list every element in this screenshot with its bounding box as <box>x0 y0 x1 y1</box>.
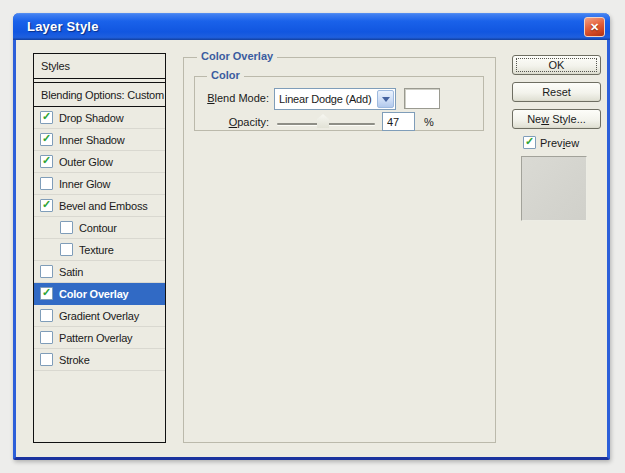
subgroup-title: Color <box>207 69 244 81</box>
preview-label: Preview <box>540 137 579 149</box>
check-icon: ✓ <box>525 136 534 147</box>
sidebar-item-inner-shadow[interactable]: ✓ Inner Shadow <box>34 129 165 151</box>
satin-checkbox[interactable] <box>40 265 53 278</box>
layer-style-dialog: Layer Style ✕ Styles Blending Options: C… <box>13 13 610 460</box>
sidebar-item-inner-glow[interactable]: Inner Glow <box>34 173 165 195</box>
sidebar-item-stroke[interactable]: Stroke <box>34 349 165 371</box>
close-button[interactable]: ✕ <box>584 17 605 37</box>
sidebar-item-satin[interactable]: Satin <box>34 261 165 283</box>
sidebar-item-blending-options[interactable]: Blending Options: Custom <box>34 82 165 107</box>
inner-glow-checkbox[interactable] <box>40 177 53 190</box>
texture-checkbox[interactable] <box>60 243 73 256</box>
sidebar-item-gradient-overlay[interactable]: Gradient Overlay <box>34 305 165 327</box>
blend-mode-value: Linear Dodge (Add) <box>279 89 375 109</box>
bevel-emboss-checkbox[interactable]: ✓ <box>40 199 53 212</box>
preview-checkbox[interactable]: ✓ <box>523 136 536 149</box>
check-icon: ✓ <box>42 155 51 166</box>
reset-button[interactable]: Reset <box>512 82 601 102</box>
sidebar-item-label: Outer Glow <box>59 156 113 168</box>
check-icon: ✓ <box>42 111 51 122</box>
sidebar-item-drop-shadow[interactable]: ✓ Drop Shadow <box>34 107 165 129</box>
sidebar-item-color-overlay[interactable]: ✓ Color Overlay <box>34 283 165 305</box>
check-icon: ✓ <box>42 133 51 144</box>
dropdown-button[interactable] <box>377 90 394 108</box>
sidebar-item-contour[interactable]: Contour <box>34 217 165 239</box>
stroke-checkbox[interactable] <box>40 353 53 366</box>
titlebar[interactable]: Layer Style ✕ <box>13 13 610 40</box>
check-icon: ✓ <box>42 287 51 298</box>
sidebar-item-label: Stroke <box>59 354 90 366</box>
sidebar-item-label: Satin <box>59 266 83 278</box>
inner-shadow-checkbox[interactable]: ✓ <box>40 133 53 146</box>
ok-button[interactable]: OK <box>512 55 601 75</box>
color-overlay-group: Color Overlay Color Blend Mode: Linear D… <box>183 57 496 443</box>
desktop: Layer Style ✕ Styles Blending Options: C… <box>0 0 625 473</box>
blend-mode-label: Blend Mode: <box>195 92 269 104</box>
group-title: Color Overlay <box>197 50 277 62</box>
sidebar-item-label: Color Overlay <box>59 288 129 300</box>
outer-glow-checkbox[interactable]: ✓ <box>40 155 53 168</box>
close-icon: ✕ <box>590 21 599 34</box>
opacity-label: Opacity: <box>195 116 269 128</box>
preview-toggle[interactable]: ✓ Preview <box>523 136 579 149</box>
sidebar-item-bevel-and-emboss[interactable]: ✓ Bevel and Emboss <box>34 195 165 217</box>
sidebar-item-styles[interactable]: Styles <box>34 54 165 79</box>
pattern-overlay-checkbox[interactable] <box>40 331 53 344</box>
sidebar-item-label: Texture <box>79 244 114 256</box>
dialog-body: Styles Blending Options: Custom ✓ Drop S… <box>16 40 607 457</box>
sidebar-item-outer-glow[interactable]: ✓ Outer Glow <box>34 151 165 173</box>
chevron-down-icon <box>382 97 390 102</box>
style-preview-thumbnail <box>521 156 587 221</box>
sidebar-item-pattern-overlay[interactable]: Pattern Overlay <box>34 327 165 349</box>
gradient-overlay-checkbox[interactable] <box>40 309 53 322</box>
drop-shadow-checkbox[interactable]: ✓ <box>40 111 53 124</box>
color-overlay-checkbox[interactable]: ✓ <box>40 287 53 300</box>
opacity-input[interactable] <box>382 112 415 131</box>
contour-checkbox[interactable] <box>60 221 73 234</box>
blend-mode-select[interactable]: Linear Dodge (Add) <box>274 88 396 110</box>
sidebar-item-label: Contour <box>79 222 117 234</box>
sidebar-item-label: Drop Shadow <box>59 112 123 124</box>
sidebar-item-texture[interactable]: Texture <box>34 239 165 261</box>
opacity-unit: % <box>424 116 434 128</box>
sidebar-item-label: Gradient Overlay <box>59 310 139 322</box>
new-style-button[interactable]: New Style... <box>512 109 601 129</box>
check-icon: ✓ <box>42 199 51 210</box>
sidebar-item-label: Bevel and Emboss <box>59 200 148 212</box>
opacity-slider-thumb[interactable] <box>317 114 329 128</box>
sidebar-item-label: Pattern Overlay <box>59 332 132 344</box>
window-title: Layer Style <box>13 19 99 34</box>
sidebar-item-label: Inner Glow <box>59 178 110 190</box>
styles-list-panel: Styles Blending Options: Custom ✓ Drop S… <box>33 53 166 443</box>
overlay-color-swatch[interactable] <box>404 88 440 109</box>
color-subgroup: Color Blend Mode: Linear Dodge (Add) Opa… <box>194 76 484 131</box>
sidebar-item-label: Inner Shadow <box>59 134 124 146</box>
